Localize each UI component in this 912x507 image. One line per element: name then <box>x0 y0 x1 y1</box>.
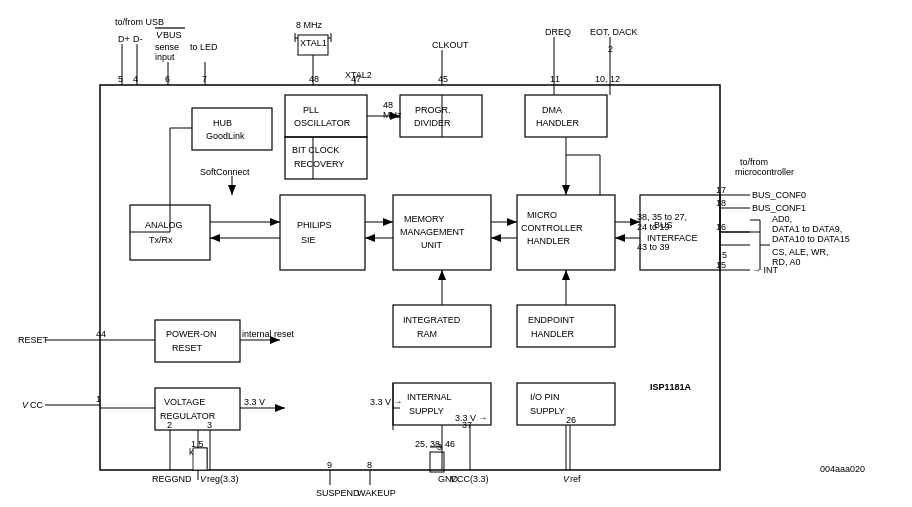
svg-text:RAM: RAM <box>417 329 437 339</box>
svg-text:BUS_CONF1: BUS_CONF1 <box>752 203 806 213</box>
svg-rect-210 <box>193 448 207 470</box>
svg-text:48: 48 <box>309 74 319 84</box>
svg-text:45: 45 <box>438 74 448 84</box>
svg-text:microcontroller: microcontroller <box>735 167 794 177</box>
svg-text:9: 9 <box>327 460 332 470</box>
svg-text:3.3 V: 3.3 V <box>244 397 265 407</box>
svg-text:PHILIPS: PHILIPS <box>297 220 332 230</box>
svg-text:18: 18 <box>716 198 726 208</box>
svg-text:V: V <box>563 474 570 484</box>
svg-text:7: 7 <box>202 74 207 84</box>
svg-text:Tx/Rx: Tx/Rx <box>149 235 173 245</box>
svg-text:10, 12: 10, 12 <box>595 74 620 84</box>
svg-text:HUB: HUB <box>213 118 232 128</box>
svg-text:MICRO: MICRO <box>527 210 557 220</box>
svg-text:CONTROLLER: CONTROLLER <box>521 223 583 233</box>
svg-text:HANDLER: HANDLER <box>527 236 571 246</box>
svg-text:to/from: to/from <box>740 157 768 167</box>
svg-text:HANDLER: HANDLER <box>536 118 580 128</box>
svg-text:8 MHz: 8 MHz <box>296 20 323 30</box>
svg-text:I/O PIN: I/O PIN <box>530 392 560 402</box>
svg-text:ISP1181A: ISP1181A <box>650 382 692 392</box>
svg-text:BUS: BUS <box>163 30 182 40</box>
svg-text:3.3 V →: 3.3 V → <box>370 397 403 407</box>
svg-text:2: 2 <box>608 44 613 54</box>
svg-text:CC(3.3): CC(3.3) <box>457 474 489 484</box>
svg-text:V: V <box>200 474 207 484</box>
svg-text:11: 11 <box>550 74 560 84</box>
diagram-container: to/from USB D+ D- V BUS sense input to L… <box>0 0 912 507</box>
svg-text:SUPPLY: SUPPLY <box>530 406 565 416</box>
svg-text:GoodLink: GoodLink <box>206 131 245 141</box>
svg-text:44: 44 <box>96 329 106 339</box>
svg-text:RESET: RESET <box>172 343 203 353</box>
svg-text:43 to 39: 43 to 39 <box>637 242 670 252</box>
svg-text:to/from USB: to/from USB <box>115 17 164 27</box>
svg-text:POWER-ON: POWER-ON <box>166 329 217 339</box>
svg-text:CLKOUT: CLKOUT <box>432 40 469 50</box>
svg-text:→ INT: → INT <box>752 265 779 275</box>
svg-text:24 to 19: 24 to 19 <box>637 222 670 232</box>
svg-text:internal reset: internal reset <box>242 329 295 339</box>
svg-text:MANAGEMENT: MANAGEMENT <box>400 227 465 237</box>
svg-text:3.3 V →: 3.3 V → <box>455 413 488 423</box>
svg-text:CC: CC <box>30 400 43 410</box>
svg-text:DIVIDER: DIVIDER <box>414 118 451 128</box>
svg-text:REGGND: REGGND <box>152 474 192 484</box>
svg-text:EOT, DACK: EOT, DACK <box>590 27 638 37</box>
svg-text:48: 48 <box>383 100 393 110</box>
svg-text:DMA: DMA <box>542 105 562 115</box>
svg-text:SIE: SIE <box>301 235 316 245</box>
svg-text:INTERNAL: INTERNAL <box>407 392 452 402</box>
svg-text:6: 6 <box>165 74 170 84</box>
svg-text:3: 3 <box>207 420 212 430</box>
svg-text:004aaa020: 004aaa020 <box>820 464 865 474</box>
svg-text:input: input <box>155 52 175 62</box>
svg-text:DATA1 to DATA9,: DATA1 to DATA9, <box>772 224 842 234</box>
svg-text:RESET: RESET <box>18 335 49 345</box>
svg-text:BIT CLOCK: BIT CLOCK <box>292 145 339 155</box>
svg-text:V: V <box>156 30 163 40</box>
svg-text:sense: sense <box>155 42 179 52</box>
svg-text:DREQ: DREQ <box>545 27 571 37</box>
svg-text:PLL: PLL <box>303 105 319 115</box>
svg-text:RECOVERY: RECOVERY <box>294 159 344 169</box>
svg-text:to LED: to LED <box>190 42 218 52</box>
svg-text:reg(3.3): reg(3.3) <box>207 474 239 484</box>
svg-text:VOLTAGE: VOLTAGE <box>164 397 205 407</box>
svg-text:WAKEUP: WAKEUP <box>357 488 396 498</box>
svg-text:OSCILLATOR: OSCILLATOR <box>294 118 351 128</box>
svg-text:16: 16 <box>716 222 726 232</box>
svg-text:38, 35 to 27,: 38, 35 to 27, <box>637 212 687 222</box>
svg-text:5: 5 <box>118 74 123 84</box>
svg-text:ENDPOINT: ENDPOINT <box>528 315 575 325</box>
svg-text:26: 26 <box>566 415 576 425</box>
svg-text:47: 47 <box>351 74 361 84</box>
svg-text:UNIT: UNIT <box>421 240 442 250</box>
svg-text:PROGR.: PROGR. <box>415 105 451 115</box>
svg-text:CS, ALE, WR,: CS, ALE, WR, <box>772 247 829 257</box>
svg-text:INTEGRATED: INTEGRATED <box>403 315 461 325</box>
svg-text:BUS_CONF0: BUS_CONF0 <box>752 190 806 200</box>
svg-text:4: 4 <box>133 74 138 84</box>
svg-text:D-: D- <box>133 34 143 44</box>
svg-text:V: V <box>450 474 457 484</box>
svg-text:5: 5 <box>722 250 727 260</box>
svg-text:SUSPEND: SUSPEND <box>316 488 360 498</box>
svg-text:HANDLER: HANDLER <box>531 329 575 339</box>
svg-text:SUPPLY: SUPPLY <box>409 406 444 416</box>
svg-text:SoftConnect: SoftConnect <box>200 167 250 177</box>
svg-text:17: 17 <box>716 185 726 195</box>
svg-text:ANALOG: ANALOG <box>145 220 183 230</box>
svg-text:ref: ref <box>570 474 581 484</box>
svg-text:MEMORY: MEMORY <box>404 214 444 224</box>
svg-text:8: 8 <box>367 460 372 470</box>
svg-text:15: 15 <box>716 260 726 270</box>
svg-text:2: 2 <box>167 420 172 430</box>
svg-text:DATA10 to DATA15: DATA10 to DATA15 <box>772 234 850 244</box>
svg-text:AD0,: AD0, <box>772 214 792 224</box>
svg-text:V: V <box>22 400 29 410</box>
svg-text:XTAL1: XTAL1 <box>300 38 327 48</box>
svg-text:D+: D+ <box>118 34 130 44</box>
svg-text:1: 1 <box>96 394 101 404</box>
